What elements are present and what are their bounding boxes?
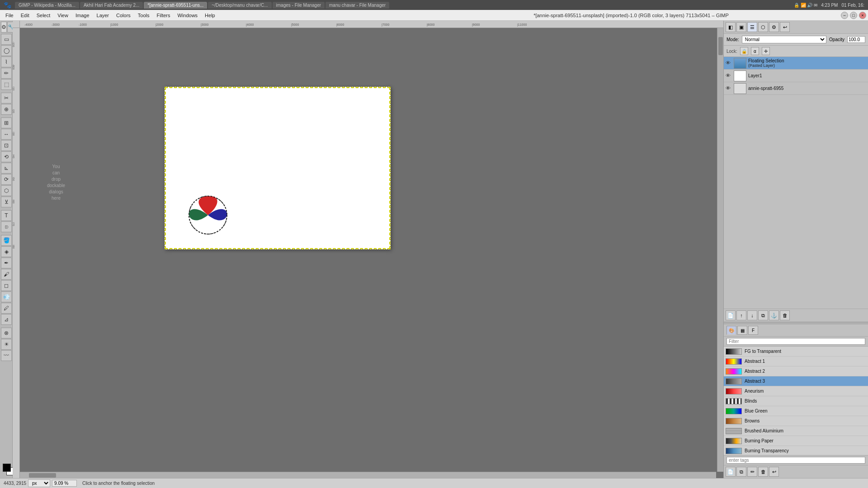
- lock-position-btn[interactable]: ✛: [762, 47, 770, 55]
- gradient-abstract-2[interactable]: Abstract 2: [724, 366, 868, 376]
- zoom-input[interactable]: [52, 480, 77, 487]
- canvas-content[interactable]: You can drop dockable dialogs here: [20, 28, 716, 478]
- opacity-input[interactable]: [847, 36, 865, 43]
- pattern-tab[interactable]: ▦: [737, 326, 747, 335]
- tool-text[interactable]: T: [1, 210, 12, 221]
- h-scroll-thumb[interactable]: [29, 473, 56, 478]
- menu-layer[interactable]: Layer: [93, 11, 113, 19]
- tool-ink[interactable]: 🖊: [1, 303, 12, 314]
- gradient-burning-transparency[interactable]: Burning Transparency: [724, 446, 868, 455]
- gradient-tab-active[interactable]: 🎨: [726, 326, 736, 335]
- tool-shear[interactable]: ⟳: [1, 174, 12, 185]
- anchor-layer-btn[interactable]: ⚓: [769, 310, 779, 320]
- document-canvas[interactable]: [165, 87, 391, 249]
- gradient-brushed-aluminium[interactable]: Brushed Aluminium: [724, 426, 868, 436]
- horizontal-scrollbar[interactable]: [20, 472, 716, 478]
- tab-akhil[interactable]: Akhil Hari Fab Academy 2...: [80, 2, 143, 9]
- tool-move[interactable]: ↔: [1, 129, 12, 140]
- new-gradient-btn[interactable]: 📄: [726, 467, 736, 477]
- menu-filters[interactable]: Filters: [153, 11, 174, 19]
- duplicate-layer-btn[interactable]: ⧉: [758, 310, 768, 320]
- panel-tool-3[interactable]: ☰: [747, 22, 757, 32]
- tool-heal[interactable]: ⊗: [1, 328, 12, 338]
- tool-path[interactable]: ⟄: [1, 221, 12, 232]
- tool-clone[interactable]: ⊿: [1, 314, 12, 325]
- gradients-list[interactable]: FG to Transparent Abstract 1 Abstract 2 …: [724, 347, 868, 455]
- layer-annie[interactable]: 👁 annie-spratt-6955: [724, 82, 868, 95]
- tool-scissors[interactable]: ✂: [1, 93, 12, 103]
- gradient-aneurism[interactable]: Aneurism: [724, 386, 868, 396]
- tool-eraser[interactable]: ◻: [1, 280, 12, 291]
- tool-foreground-select[interactable]: ⊕: [1, 104, 12, 115]
- mode-select[interactable]: Normal Multiply Screen: [742, 36, 826, 43]
- tool-scale[interactable]: ⊾: [1, 163, 12, 174]
- tool-free-select[interactable]: ⌇: [1, 56, 12, 67]
- gradient-abstract-3[interactable]: Abstract 3: [724, 376, 868, 386]
- tool-gradient[interactable]: ◈: [1, 246, 12, 257]
- tool-pencil[interactable]: ✒: [1, 258, 12, 268]
- foreground-color-swatch[interactable]: [3, 464, 11, 472]
- panel-tool-5[interactable]: ⚙: [769, 22, 779, 32]
- tool-fuzzy-select[interactable]: ✏: [1, 68, 12, 79]
- tool-align[interactable]: ⊞: [1, 117, 12, 128]
- menu-select[interactable]: Select: [33, 11, 54, 19]
- tags-input[interactable]: [726, 457, 865, 464]
- tool-rotate[interactable]: ⟲: [1, 151, 12, 162]
- gradient-fg-to-transparent[interactable]: FG to Transparent: [724, 347, 868, 357]
- new-layer-btn[interactable]: 📄: [726, 310, 736, 320]
- layer-eye-annie[interactable]: 👁: [726, 85, 732, 92]
- layer-floating-selection[interactable]: 👁 Floating Selection (Pasted Layer): [724, 57, 868, 70]
- tool-airbrush[interactable]: 💨: [1, 291, 12, 302]
- delete-gradient-btn[interactable]: 🗑: [758, 467, 768, 477]
- panel-tool-6[interactable]: ↩: [780, 22, 790, 32]
- tab-annie[interactable]: *[annie-spratt-695511-uns...: [144, 2, 207, 9]
- menu-colors[interactable]: Colors: [113, 11, 134, 19]
- unit-select[interactable]: px mm inch: [28, 479, 50, 487]
- gradient-browns[interactable]: Browns: [724, 416, 868, 426]
- vertical-scrollbar[interactable]: [717, 28, 723, 472]
- menu-image[interactable]: Image: [72, 11, 93, 19]
- tab-manu-fm[interactable]: manu chavar - File Manager: [326, 2, 389, 9]
- tab-images-fm[interactable]: images - File Manager: [273, 2, 325, 9]
- layer-eye-1[interactable]: 👁: [726, 73, 732, 79]
- tool-crop[interactable]: ⊡: [1, 140, 12, 151]
- minimize-button[interactable]: –: [841, 12, 848, 19]
- raise-layer-btn[interactable]: ↑: [736, 310, 746, 320]
- gradient-abstract-1[interactable]: Abstract 1: [724, 357, 868, 366]
- tool-flip[interactable]: ⊻: [1, 197, 12, 207]
- lock-alpha-btn[interactable]: α: [751, 47, 759, 55]
- tool-paintbrush[interactable]: 🖌: [1, 269, 12, 280]
- layers-list[interactable]: 👁 Floating Selection (Pasted Layer) 👁 La…: [724, 57, 868, 309]
- gradient-blue-green[interactable]: Blue Green: [724, 406, 868, 416]
- gradient-blinds[interactable]: Blinds: [724, 396, 868, 406]
- tool-perspective[interactable]: ⬡: [1, 185, 12, 196]
- tool-dodge-burn[interactable]: ☀: [1, 339, 12, 350]
- canvas-area[interactable]: -4000 -3000 -1000 |1000 |2000 |3000 |400…: [13, 21, 723, 478]
- tool-options-icon[interactable]: ⚙: [1, 22, 7, 33]
- menu-view[interactable]: View: [54, 11, 72, 19]
- maximize-button[interactable]: □: [850, 12, 857, 19]
- edit-gradient-btn[interactable]: ✏: [747, 467, 757, 477]
- tool-paintbucket[interactable]: 🪣: [1, 235, 12, 246]
- panel-tool-1[interactable]: ◧: [726, 22, 736, 32]
- layer-layer1[interactable]: 👁 Layer1: [724, 70, 868, 82]
- refresh-gradient-btn[interactable]: ↩: [769, 467, 779, 477]
- panel-tool-4[interactable]: ⬡: [758, 22, 768, 32]
- lower-layer-btn[interactable]: ↓: [747, 310, 757, 320]
- menu-file[interactable]: File: [2, 11, 17, 19]
- menu-edit[interactable]: Edit: [17, 11, 33, 19]
- duplicate-gradient-btn[interactable]: ⧉: [736, 467, 746, 477]
- tool-rect-select[interactable]: ▭: [1, 34, 12, 45]
- panel-tool-2[interactable]: ▣: [736, 22, 746, 32]
- font-tab[interactable]: F: [748, 326, 758, 335]
- v-scroll-thumb[interactable]: [718, 37, 723, 55]
- layer-eye-floating[interactable]: 👁: [726, 60, 732, 66]
- menu-windows[interactable]: Windows: [174, 11, 201, 19]
- tool-smudge[interactable]: 〰: [1, 350, 12, 361]
- tab-gimp-wiki[interactable]: GIMP - Wikipedia - Mozilla...: [15, 2, 79, 9]
- delete-layer-btn[interactable]: 🗑: [780, 310, 790, 320]
- tab-desktop[interactable]: ~/Desktop/manu chavar/C...: [208, 2, 271, 9]
- gradient-burning-paper[interactable]: Burning Paper: [724, 436, 868, 446]
- menu-tools[interactable]: Tools: [134, 11, 153, 19]
- tool-by-color-select[interactable]: ⬚: [1, 79, 12, 90]
